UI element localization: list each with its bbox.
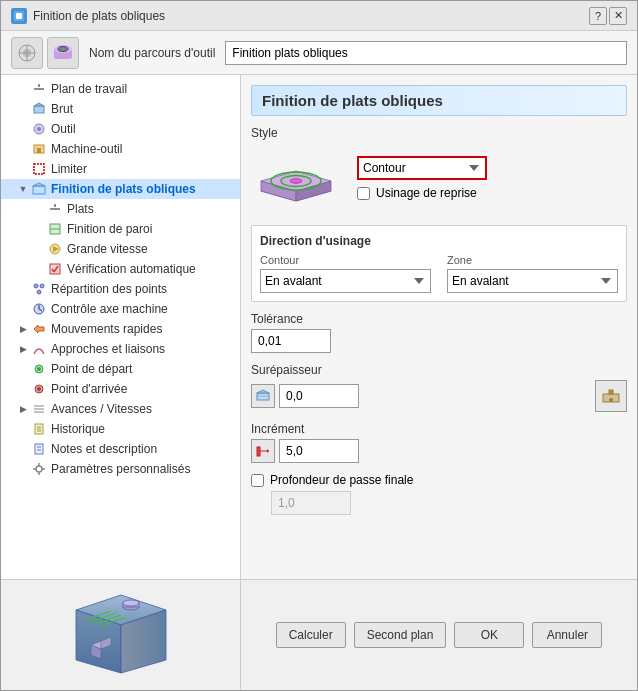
paroi-icon <box>47 221 63 237</box>
section-title: Finition de plats obliques <box>251 85 627 116</box>
svg-rect-17 <box>37 148 41 153</box>
svg-marker-13 <box>34 103 44 106</box>
profondeur-input[interactable] <box>271 491 351 515</box>
annuler-button[interactable]: Annuler <box>532 622 602 648</box>
svg-point-31 <box>40 284 44 288</box>
style-controls: Contour Usinage de reprise <box>357 156 627 200</box>
svg-rect-18 <box>34 164 44 174</box>
tree-item-outil[interactable]: Outil <box>1 119 240 139</box>
expand-icon-vitesse <box>33 243 45 255</box>
tree-item-finition-paroi[interactable]: Finition de paroi <box>1 219 240 239</box>
tree-item-approches[interactable]: ▶ Approches et liaisons <box>1 339 240 359</box>
surep-btn[interactable] <box>595 380 627 412</box>
vitesse-icon <box>47 241 63 257</box>
tree-label: Point de départ <box>51 362 132 376</box>
expand-icon-machine <box>17 143 29 155</box>
tree-item-brut[interactable]: Brut <box>1 99 240 119</box>
tree-item-verification[interactable]: Vérification automatique <box>1 259 240 279</box>
tree-item-plats[interactable]: Plats <box>1 199 240 219</box>
app-icon <box>31 341 47 357</box>
params-icon <box>31 461 47 477</box>
expand-icon-mouv: ▶ <box>17 323 29 335</box>
tree-label: Notes et description <box>51 442 157 456</box>
style-preview <box>251 143 341 213</box>
av-icon <box>31 401 47 417</box>
tolerance-input[interactable] <box>251 329 331 353</box>
calculer-button[interactable]: Calculer <box>276 622 346 648</box>
tree-item-point-depart[interactable]: Point de départ <box>1 359 240 379</box>
svg-point-15 <box>37 127 41 131</box>
verif-icon <box>47 261 63 277</box>
help-button[interactable]: ? <box>589 7 607 25</box>
contour-select[interactable]: En avalant <box>260 269 431 293</box>
tree-label: Plan de travail <box>51 82 127 96</box>
tree-label: Répartition des points <box>51 282 167 296</box>
tree-item-controle[interactable]: Contrôle axe machine <box>1 299 240 319</box>
svg-marker-20 <box>33 183 45 186</box>
style-select[interactable]: Contour <box>357 156 487 180</box>
contour-col: Contour En avalant <box>260 254 431 293</box>
tree-item-machine[interactable]: Machine-outil <box>1 139 240 159</box>
tree-item-plan-travail[interactable]: Plan de travail <box>1 79 240 99</box>
expand-icon-rep <box>17 283 29 295</box>
finition-icon <box>31 181 47 197</box>
second-plan-button[interactable]: Second plan <box>354 622 447 648</box>
hist-icon <box>31 421 47 437</box>
machine-icon <box>31 141 47 157</box>
zone-col-label: Zone <box>447 254 618 266</box>
notes-icon <box>31 441 47 457</box>
tree-item-historique[interactable]: Historique <box>1 419 240 439</box>
expand-icon-limiter <box>17 163 29 175</box>
svg-point-9 <box>61 47 66 49</box>
surep-label: Surépaisseur <box>251 363 627 377</box>
increment-input-group <box>251 439 627 463</box>
svg-marker-36 <box>34 325 44 333</box>
expand-icon-controle <box>17 303 29 315</box>
tree-label: Finition de paroi <box>67 222 152 236</box>
ok-button[interactable]: OK <box>454 622 524 648</box>
window-title: Finition de plats obliques <box>33 9 165 23</box>
svg-point-68 <box>609 398 613 402</box>
tree-item-limiter[interactable]: Limiter <box>1 159 240 179</box>
increment-input[interactable] <box>279 439 359 463</box>
expand-icon-app: ▶ <box>17 343 29 355</box>
tree-item-point-arrivee[interactable]: Point d'arrivée <box>1 379 240 399</box>
zone-select[interactable]: En avalant <box>447 269 618 293</box>
profondeur-checkbox[interactable] <box>251 474 264 487</box>
tree-item-grande-vitesse[interactable]: Grande vitesse <box>1 239 240 259</box>
main-content: Plan de travail Brut Outil <box>1 75 637 579</box>
tree-item-parametres[interactable]: Paramètres personnalisés <box>1 459 240 479</box>
style-section: Contour Usinage de reprise <box>251 143 627 213</box>
brut-icon <box>31 101 47 117</box>
svg-point-62 <box>290 178 302 182</box>
profondeur-input-wrapper <box>251 491 627 515</box>
tree-label: Machine-outil <box>51 142 122 156</box>
header-bar: Nom du parcours d'outil <box>1 31 637 75</box>
icon-box-2 <box>47 37 79 69</box>
tree-label: Limiter <box>51 162 87 176</box>
tree-label: Grande vitesse <box>67 242 148 256</box>
usinage-row: Usinage de reprise <box>357 186 627 200</box>
tree-item-mouvements[interactable]: ▶ Mouvements rapides <box>1 319 240 339</box>
buttons-row: Calculer Second plan OK Annuler <box>241 580 637 690</box>
svg-marker-64 <box>257 390 269 393</box>
tree-item-repartition[interactable]: Répartition des points <box>1 279 240 299</box>
close-button[interactable]: ✕ <box>609 7 627 25</box>
svg-rect-12 <box>34 106 44 113</box>
tree-item-avances[interactable]: ▶ Avances / Vitesses <box>1 399 240 419</box>
surep-group: Surépaisseur <box>251 363 627 412</box>
tool-path-input[interactable] <box>225 41 627 65</box>
expand-icon-params <box>17 463 29 475</box>
expand-icon-plats <box>33 203 45 215</box>
rep-icon <box>31 281 47 297</box>
tree-item-finition[interactable]: ▼ Finition de plats obliques <box>1 179 240 199</box>
tree-label: Plats <box>67 202 94 216</box>
tree-label: Historique <box>51 422 105 436</box>
tree-label: Finition de plats obliques <box>51 182 196 196</box>
tolerance-group: Tolérance <box>251 312 627 353</box>
tree-item-notes[interactable]: Notes et description <box>1 439 240 459</box>
svg-rect-48 <box>35 444 43 454</box>
surep-input[interactable] <box>279 384 359 408</box>
profondeur-group: Profondeur de passe finale <box>251 473 627 515</box>
usinage-checkbox[interactable] <box>357 187 370 200</box>
